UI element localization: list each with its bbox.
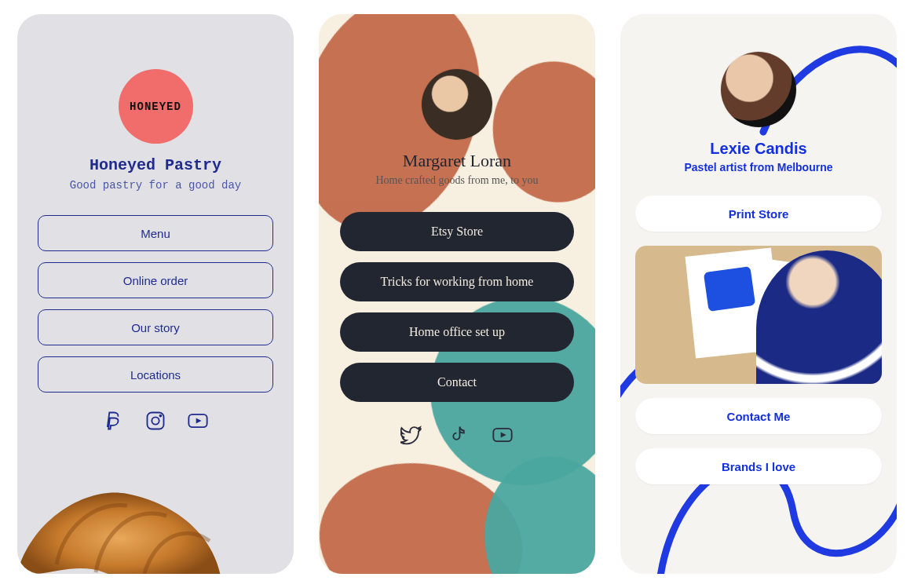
profile-title: Honeyed Pastry xyxy=(90,156,221,174)
link-button-locations[interactable]: Locations xyxy=(38,356,273,393)
avatar xyxy=(721,52,796,127)
link-button-contact[interactable]: Contact xyxy=(340,363,574,402)
link-button-contact-me[interactable]: Contact Me xyxy=(635,398,882,434)
template-card-margaret: Margaret Loran Home crafted goods from m… xyxy=(319,14,595,574)
croissant-image xyxy=(17,470,229,574)
template-card-honeyed: HONEYED Honeyed Pastry Good pastry for a… xyxy=(17,14,294,574)
avatar xyxy=(422,69,492,140)
instagram-icon[interactable] xyxy=(144,410,166,436)
youtube-icon[interactable] xyxy=(492,424,514,449)
profile-subtitle: Pastel artist from Melbourne xyxy=(684,161,832,173)
link-button-group: Etsy Store Tricks for working from home … xyxy=(340,212,574,402)
twitter-icon[interactable] xyxy=(400,424,422,449)
tiktok-icon[interactable] xyxy=(446,424,468,449)
feature-image-card[interactable] xyxy=(635,246,882,384)
paypal-icon[interactable] xyxy=(102,410,124,436)
profile-subtitle: Good pastry for a good day xyxy=(70,179,241,192)
social-row xyxy=(102,410,209,436)
link-button-our-story[interactable]: Our story xyxy=(38,309,273,345)
brand-logo: HONEYED xyxy=(119,69,193,144)
link-button-menu[interactable]: Menu xyxy=(38,215,273,251)
link-button-home-office[interactable]: Home office set up xyxy=(340,312,574,352)
svg-point-2 xyxy=(159,415,161,417)
link-button-online-order[interactable]: Online order xyxy=(38,262,273,298)
brand-logo-text: HONEYED xyxy=(130,100,181,113)
svg-point-1 xyxy=(152,417,159,424)
youtube-icon[interactable] xyxy=(187,410,209,436)
profile-title: Margaret Loran xyxy=(403,151,511,171)
profile-title: Lexie Candis xyxy=(710,140,806,158)
link-button-group: Menu Online order Our story Locations xyxy=(38,215,273,393)
link-button-wfh-tricks[interactable]: Tricks for working from home xyxy=(340,262,574,301)
social-row xyxy=(400,424,514,449)
profile-subtitle: Home crafted goods from me, to you xyxy=(375,174,538,187)
link-button-etsy-store[interactable]: Etsy Store xyxy=(340,212,574,251)
link-button-print-store[interactable]: Print Store xyxy=(635,195,882,232)
link-button-group: Print Store Contact Me Brands I love xyxy=(635,195,882,484)
link-button-brands-i-love[interactable]: Brands I love xyxy=(635,448,882,484)
template-card-lexie: Lexie Candis Pastel artist from Melbourn… xyxy=(620,14,897,574)
